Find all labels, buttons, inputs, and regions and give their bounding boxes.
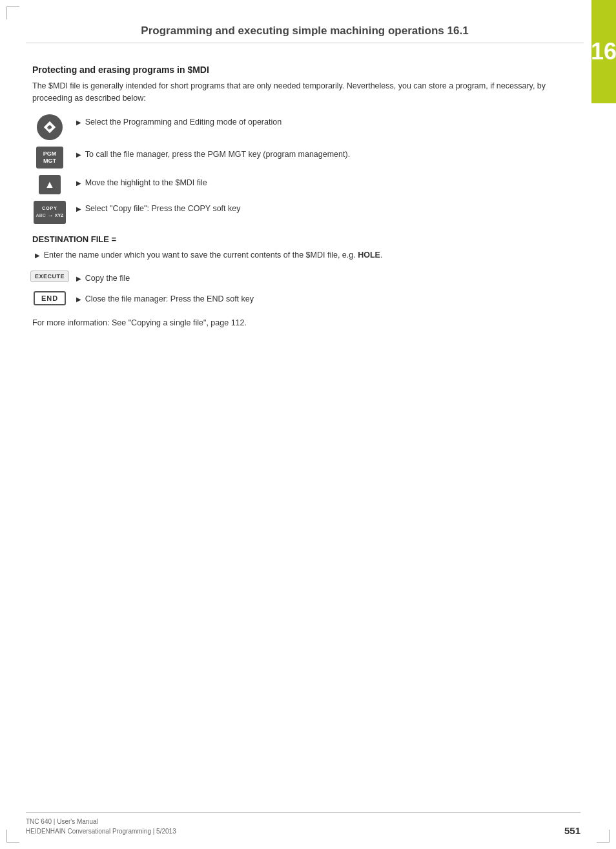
copy-key: COPY ABC → XYZ — [34, 201, 66, 224]
copy-icon: COPY ABC → XYZ — [32, 201, 67, 224]
page-header: Programming and executing simple machini… — [26, 25, 584, 43]
enter-example: HOLE — [358, 251, 380, 260]
destination-label: DESTINATION FILE = — [32, 234, 580, 244]
instruction-text-4: Select "Copy file": Press the COPY soft … — [76, 201, 580, 215]
arrow-symbol: ▲ — [45, 179, 55, 190]
mgt-label: MGT — [43, 158, 56, 165]
instruction-text-copy: Copy the file — [76, 271, 580, 285]
copy-arrow: → — [47, 212, 54, 219]
instruction-row-2: PGM MGT To call the file manager, press … — [32, 147, 580, 169]
end-key: END — [34, 291, 66, 305]
svg-text:⟳: ⟳ — [47, 124, 52, 130]
instruction-row-1: ⟳ Select the Programming and Editing mod… — [32, 114, 580, 140]
copy-label: COPY — [42, 206, 57, 210]
footer-left-line2: HEIDENHAIN Conversational Programming | … — [26, 826, 176, 836]
pgm-mgt-key: PGM MGT — [36, 147, 63, 169]
corner-mark-br — [597, 830, 610, 843]
programming-mode-icon: ⟳ — [32, 114, 67, 140]
instruction-text-2: To call the file manager, press the PGM … — [76, 147, 580, 161]
chapter-number: 16 — [591, 40, 616, 63]
footer-left: TNC 640 | User's Manual HEIDENHAIN Conve… — [26, 817, 176, 836]
pgm-label: PGM — [43, 150, 57, 158]
enter-instruction: Enter the name under which you want to s… — [32, 249, 580, 261]
end-icon: END — [32, 291, 67, 305]
intro-text: The $MDI file is generally intended for … — [32, 80, 580, 105]
footer-note: For more information: See "Copying a sin… — [32, 318, 580, 327]
xyz-label: XYZ — [55, 213, 64, 218]
execute-key: EXECUTE — [30, 271, 69, 282]
execute-icon: EXECUTE — [32, 271, 67, 282]
arrow-up-key: ▲ — [39, 175, 61, 194]
instruction-text-1: Select the Programming and Editing mode … — [76, 114, 580, 128]
enter-text: Enter the name under which you want to s… — [44, 251, 358, 260]
instruction-row-4: COPY ABC → XYZ Select "Copy file": Press… — [32, 201, 580, 224]
programming-mode-key: ⟳ — [37, 114, 63, 140]
enter-period: . — [380, 251, 382, 260]
programming-icon-svg: ⟳ — [43, 120, 57, 134]
instruction-row-end: END Close the file manager: Press the EN… — [32, 291, 580, 305]
page-footer: TNC 640 | User's Manual HEIDENHAIN Conve… — [26, 812, 580, 836]
footer-left-line1: TNC 640 | User's Manual — [26, 817, 176, 826]
page-header-title: Programming and executing simple machini… — [26, 25, 584, 37]
abc-label: ABC — [36, 213, 46, 218]
arrow-up-icon: ▲ — [32, 175, 67, 194]
instruction-text-close: Close the file manager: Press the END so… — [76, 291, 580, 305]
instruction-row-3: ▲ Move the highlight to the $MDI file — [32, 175, 580, 194]
section-heading: Protecting and erasing programs in $MDI — [32, 65, 580, 75]
instruction-row-execute: EXECUTE Copy the file — [32, 271, 580, 285]
footer-page-number: 551 — [564, 825, 580, 836]
main-content: Protecting and erasing programs in $MDI … — [32, 65, 580, 810]
pgm-mgt-icon: PGM MGT — [32, 147, 67, 169]
chapter-tab: 16 — [591, 0, 616, 103]
corner-mark-bl — [6, 830, 19, 843]
corner-mark-tl — [6, 6, 19, 19]
instruction-text-3: Move the highlight to the $MDI file — [76, 175, 580, 189]
copy-bottom: ABC → XYZ — [36, 212, 64, 219]
